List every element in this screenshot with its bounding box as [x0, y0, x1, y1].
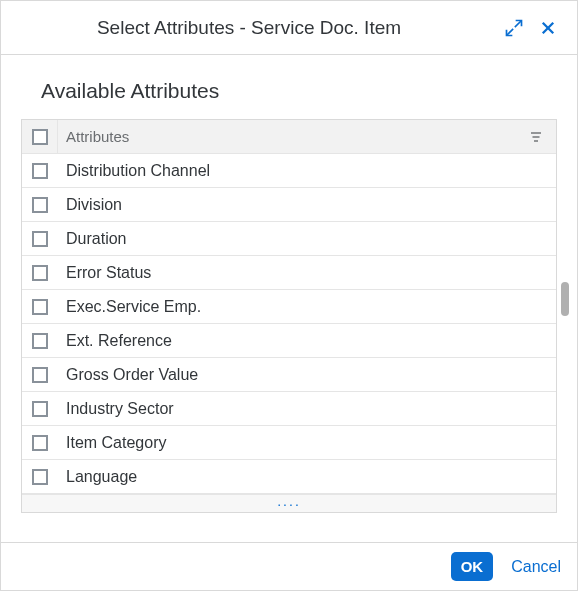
row-checkbox[interactable]	[32, 367, 48, 383]
row-checkbox[interactable]	[32, 401, 48, 417]
dialog-title: Select Attributes - Service Doc. Item	[1, 17, 497, 39]
section-title: Available Attributes	[41, 79, 557, 103]
dialog-content: Available Attributes Attributes	[1, 55, 577, 542]
table-row[interactable]: Exec.Service Emp.	[22, 290, 556, 324]
sort-icon	[529, 131, 543, 143]
dialog-titlebar: Select Attributes - Service Doc. Item	[1, 1, 577, 55]
more-indicator[interactable]: ····	[22, 494, 556, 512]
select-all-cell	[22, 120, 58, 153]
table-row[interactable]: Distribution Channel	[22, 154, 556, 188]
row-label: Distribution Channel	[58, 162, 556, 180]
table-row[interactable]: Industry Sector	[22, 392, 556, 426]
table-row[interactable]: Error Status	[22, 256, 556, 290]
row-label: Division	[58, 196, 556, 214]
table-row[interactable]: Item Category	[22, 426, 556, 460]
row-checkbox[interactable]	[32, 469, 48, 485]
table-body[interactable]: Distribution Channel Division Duration E…	[22, 154, 556, 494]
table-header: Attributes	[22, 120, 556, 154]
ok-button[interactable]: OK	[451, 552, 494, 581]
close-button[interactable]	[531, 11, 565, 45]
select-all-checkbox[interactable]	[32, 129, 48, 145]
attributes-table: Attributes Distribution Channel Divis	[21, 119, 557, 513]
svg-line-1	[507, 28, 514, 35]
row-checkbox[interactable]	[32, 299, 48, 315]
cancel-button[interactable]: Cancel	[511, 558, 561, 576]
row-label: Error Status	[58, 264, 556, 282]
expand-icon	[504, 18, 524, 38]
table-row[interactable]: Gross Order Value	[22, 358, 556, 392]
row-label: Duration	[58, 230, 556, 248]
row-checkbox[interactable]	[32, 435, 48, 451]
row-label: Ext. Reference	[58, 332, 556, 350]
row-label: Language	[58, 468, 556, 486]
scrollbar-thumb[interactable]	[561, 282, 569, 316]
dialog-footer: OK Cancel	[1, 542, 577, 590]
column-header-attributes[interactable]: Attributes	[58, 128, 516, 145]
row-checkbox[interactable]	[32, 333, 48, 349]
table-row[interactable]: Division	[22, 188, 556, 222]
row-label: Gross Order Value	[58, 366, 556, 384]
row-checkbox[interactable]	[32, 231, 48, 247]
row-label: Exec.Service Emp.	[58, 298, 556, 316]
svg-line-0	[515, 20, 522, 27]
row-label: Industry Sector	[58, 400, 556, 418]
table-row[interactable]: Ext. Reference	[22, 324, 556, 358]
table-row[interactable]: Duration	[22, 222, 556, 256]
select-attributes-dialog: Select Attributes - Service Doc. Item Av…	[0, 0, 578, 591]
expand-button[interactable]	[497, 11, 531, 45]
row-checkbox[interactable]	[32, 163, 48, 179]
row-label: Item Category	[58, 434, 556, 452]
row-checkbox[interactable]	[32, 197, 48, 213]
sort-button[interactable]	[516, 120, 556, 153]
row-checkbox[interactable]	[32, 265, 48, 281]
close-icon	[539, 19, 557, 37]
table-row[interactable]: Language	[22, 460, 556, 494]
